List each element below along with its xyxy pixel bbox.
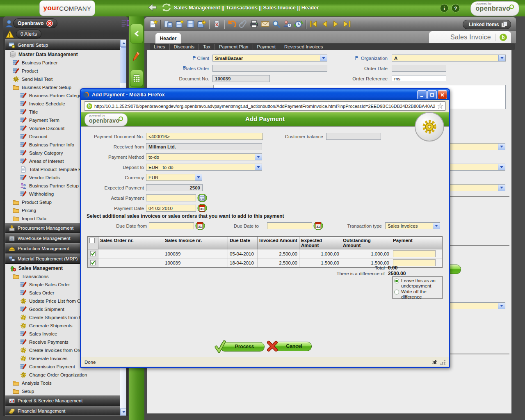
row-checkbox[interactable]	[88, 258, 98, 267]
sidebar-item-financial-management[interactable]: Financial Management	[5, 406, 120, 416]
toolbar-copy-record-button[interactable]	[163, 19, 174, 30]
radio-icon[interactable]	[394, 278, 399, 283]
organization-select[interactable]: A	[392, 55, 506, 62]
subtab-lines[interactable]: Lines	[150, 44, 170, 50]
total-value: 0.00	[388, 265, 397, 271]
subtab-reversed-invoices[interactable]: Reversed Invoices	[280, 44, 327, 50]
calendar-icon[interactable]: 31	[197, 204, 206, 212]
toolbar-print-button[interactable]	[249, 19, 260, 30]
chevron-down-icon[interactable]	[498, 144, 505, 150]
client-select[interactable]: SmallBazaar	[212, 55, 327, 62]
bookmark-star-icon[interactable]	[437, 103, 443, 109]
deposit-to-select[interactable]: EUR - to-do	[146, 164, 262, 171]
sidebar-item-business-partner[interactable]: Business Partner	[5, 59, 120, 67]
chevron-down-icon[interactable]	[320, 55, 327, 61]
toolbar-nav-next-button[interactable]	[330, 19, 341, 30]
payment-date-input[interactable]: 04-03-2010	[146, 205, 196, 212]
toolbar-search-button[interactable]	[271, 19, 282, 30]
sidebar-item-change-order-organization[interactable]: Change Order Organization	[5, 371, 120, 379]
sidebar-item-general-setup[interactable]: General Setup	[5, 40, 120, 50]
chevron-down-icon[interactable]	[255, 154, 262, 160]
grid-mode-icon[interactable]	[130, 70, 143, 87]
close-session-icon[interactable]	[46, 20, 53, 27]
transaction-type-select[interactable]: Sales invoices	[385, 222, 440, 229]
radio-option-write-off-the-difference[interactable]: Write off the difference	[394, 289, 441, 300]
subtab-tax[interactable]: Tax	[199, 44, 215, 50]
calendar-icon[interactable]: 31	[195, 222, 204, 229]
chevron-down-icon[interactable]	[498, 55, 505, 61]
toolbar-save-new-button[interactable]	[174, 19, 185, 30]
currency-select[interactable]: EUR	[146, 174, 202, 181]
payment-amount-input[interactable]	[393, 259, 436, 266]
save-next-icon	[197, 20, 206, 28]
refresh-cycle-icon[interactable]	[161, 2, 172, 13]
help-icon[interactable]: ?	[451, 4, 460, 13]
close-button[interactable]	[438, 90, 447, 99]
toolbar-nav-prev-button[interactable]	[319, 19, 330, 30]
minimize-button[interactable]	[417, 90, 427, 99]
chevron-down-icon[interactable]	[498, 185, 505, 191]
toolbar-save-button[interactable]	[185, 19, 196, 30]
row-checkbox[interactable]	[88, 249, 98, 258]
user-pill[interactable]: Openbravo	[13, 18, 57, 28]
edit-icon	[20, 92, 27, 99]
scroll-up-button[interactable]	[120, 40, 126, 47]
chevron-down-icon[interactable]	[498, 303, 505, 309]
sidebar-item-send-mail-text[interactable]: Send Mail Text	[5, 75, 120, 83]
scroll-thumb[interactable]	[121, 47, 126, 83]
cell-due-date: 05-04-2010	[228, 249, 258, 258]
calendar-icon[interactable]: 31	[313, 222, 322, 229]
subtab-payment-plan[interactable]: Payment Plan	[215, 44, 253, 50]
maximize-button[interactable]	[427, 90, 437, 99]
chevron-down-icon[interactable]	[195, 174, 202, 180]
info-icon[interactable]: i	[440, 4, 449, 13]
resize-grip[interactable]	[440, 359, 445, 365]
actual-payment-input[interactable]	[146, 194, 196, 201]
chevron-down-icon[interactable]	[433, 223, 440, 229]
tab-header[interactable]: Header	[155, 33, 181, 43]
url-input[interactable]: b http://10.3.1.252:9070/openbravoengdev…	[84, 101, 446, 111]
payment-method-select[interactable]: to-do	[146, 153, 262, 160]
toolbar-email-button[interactable]	[260, 19, 271, 30]
scroll-down-button[interactable]	[120, 409, 126, 415]
alerts-pill[interactable]: 0 Alerts	[16, 30, 41, 39]
payment-amount-input[interactable]	[393, 250, 436, 257]
subtab-discounts[interactable]: Discounts	[170, 44, 199, 50]
radio-icon[interactable]	[394, 290, 399, 294]
radio-option-leave-this-as-an-underpayment[interactable]: Leave this as an underpayment	[394, 278, 441, 289]
chevron-down-icon[interactable]	[255, 164, 262, 170]
due-date-from-input[interactable]	[149, 222, 194, 229]
audit-icon	[283, 20, 292, 28]
calculator-icon[interactable]	[197, 194, 206, 201]
toolbar-new-record-button[interactable]	[148, 19, 159, 30]
collapse-sidebar-button[interactable]	[130, 24, 143, 43]
toolbar-delete-button[interactable]	[211, 19, 222, 30]
payment-document-no-input[interactable]: <400016>	[146, 133, 263, 140]
subtab-payment[interactable]: Payment	[253, 44, 280, 50]
process-button[interactable]: Process	[220, 342, 265, 352]
edit-mode-icon[interactable]	[130, 48, 142, 65]
linked-items-button[interactable]: Linked Items	[463, 20, 511, 29]
statusbar-extension-icon[interactable]	[432, 359, 438, 365]
sidebar-item-label: Procurement Management	[18, 226, 73, 231]
toolbar-refresh-button[interactable]	[293, 19, 304, 30]
toolbar-save-next-button[interactable]	[196, 19, 207, 30]
edit-icon	[20, 100, 27, 107]
sidebar-item-setup[interactable]: Setup	[5, 387, 120, 395]
sidebar-item-project-service-management[interactable]: Project & Service Management	[5, 395, 120, 406]
sidebar-item-product[interactable]: Product	[5, 67, 120, 75]
toolbar-nav-first-button[interactable]	[308, 19, 319, 30]
due-date-to-input[interactable]	[267, 222, 312, 229]
select-all-checkbox[interactable]	[88, 237, 98, 249]
sidebar-item-master-data-management[interactable]: Master Data Management	[5, 50, 120, 59]
popup-title-bar[interactable]: Add Payment - Mozilla Firefox	[81, 89, 449, 100]
sidebar-item-analysis-tools[interactable]: Analysis Tools	[5, 379, 120, 387]
chevron-down-icon[interactable]	[498, 164, 505, 170]
back-arrow-icon[interactable]	[146, 2, 156, 13]
toolbar-nav-last-button[interactable]	[341, 19, 352, 30]
toolbar-attachment-button[interactable]	[237, 19, 249, 30]
toolbar-audit-button[interactable]	[282, 19, 293, 30]
toolbar-undo-button[interactable]	[226, 19, 237, 30]
order-reference-input[interactable]: ms	[392, 75, 446, 82]
cancel-button[interactable]: Cancel	[273, 342, 312, 351]
